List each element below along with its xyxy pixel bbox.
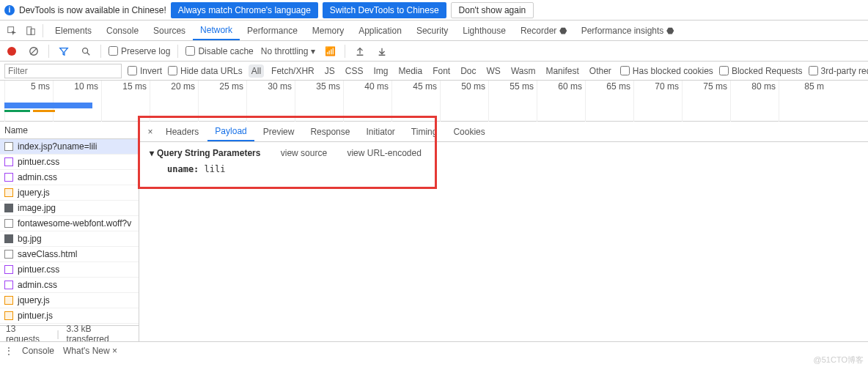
infobar-text: DevTools is now available in Chinese! [19,5,166,15]
detail-tab-timing[interactable]: Timing [404,122,445,141]
panel-tab-performance-insights-[interactable]: Performance insights ⬣ [574,21,681,40]
filter-type-fetch-xhr[interactable]: Fetch/XHR [268,64,317,78]
filter-type-media[interactable]: Media [395,64,425,78]
doc-file-icon [4,142,13,151]
column-header-name[interactable]: Name [0,122,139,139]
filter-type-font[interactable]: Font [430,64,453,78]
filter-type-other[interactable]: Other [586,64,614,78]
js-file-icon [4,311,13,320]
panel-tab-lighthouse[interactable]: Lighthouse [455,21,513,40]
request-row[interactable]: pintuer.css [0,155,139,170]
record-button[interactable] [4,44,19,59]
overview-bar [33,110,55,112]
filter-type-wasm[interactable]: Wasm [508,64,539,78]
inspect-element-icon[interactable] [4,23,19,38]
request-row[interactable]: bg.jpg [0,231,139,247]
detail-tab-headers[interactable]: Headers [158,122,206,141]
request-name: pintuer.js [18,311,53,321]
css-file-icon [4,157,13,166]
request-detail-panel: × HeadersPayloadPreviewResponseInitiator… [139,122,868,341]
third-party-checkbox[interactable]: 3rd-party requests [809,66,868,76]
disable-cache-checkbox[interactable]: Disable cache [185,46,253,56]
search-icon[interactable] [78,44,93,59]
overview-bar [4,103,92,108]
filter-type-js[interactable]: JS [322,64,338,78]
info-icon: i [4,5,15,15]
timeline-tick: 25 ms [198,81,246,122]
drawer-menu-icon[interactable]: ⋮ [4,346,13,356]
request-row[interactable]: fontawesome-webfont.woff?v [0,216,139,231]
panel-tab-security[interactable]: Security [409,21,455,40]
panel-tab-sources[interactable]: Sources [146,21,193,40]
panel-tab-console[interactable]: Console [99,21,146,40]
drawer-console-tab[interactable]: Console [22,346,54,356]
wifi-icon[interactable]: 📶 [323,44,337,59]
has-blocked-cookies-checkbox[interactable]: Has blocked cookies [620,66,713,76]
waterfall-overview[interactable]: 5 ms10 ms15 ms20 ms25 ms30 ms35 ms40 ms4… [0,81,868,122]
timeline-tick: 40 ms [343,81,391,122]
request-row[interactable]: pintuer.css [0,262,139,278]
detail-tab-response[interactable]: Response [303,122,357,141]
timeline-tick: 45 ms [391,81,440,122]
close-detail-button[interactable]: × [144,127,157,137]
css-file-icon [4,173,13,182]
filter-input[interactable] [4,64,122,78]
dismiss-infobar-button[interactable]: Don't show again [451,2,534,18]
img-file-icon [4,234,13,243]
blocked-requests-checkbox[interactable]: Blocked Requests [719,66,803,76]
invert-checkbox[interactable]: Invert [128,66,162,76]
panel-tab-network[interactable]: Network [193,21,240,40]
switch-chinese-button[interactable]: Switch DevTools to Chinese [323,2,446,18]
request-row[interactable]: jquery.js [0,185,139,201]
section-title[interactable]: ▾ Query String Parameters [150,148,260,158]
filter-type-all[interactable]: All [249,64,264,78]
clear-icon[interactable] [26,44,41,59]
request-row[interactable]: index.jsp?uname=lili [0,139,139,155]
request-row[interactable]: admin.css [0,278,139,293]
overview-bar [4,110,30,112]
panel-tab-application[interactable]: Application [351,21,409,40]
detail-tab-initiator[interactable]: Initiator [358,122,402,141]
throttling-select[interactable]: No throttling▾ [261,46,316,56]
request-row[interactable]: saveClass.html [0,247,139,262]
panel-tab-recorder-[interactable]: Recorder ⬣ [513,21,574,40]
panel-tab-memory[interactable]: Memory [305,21,351,40]
language-infobar: i DevTools is now available in Chinese! … [0,0,868,21]
filter-icon[interactable] [56,44,71,59]
detail-tab-payload[interactable]: Payload [207,122,254,141]
request-name: jquery.js [18,295,50,305]
timeline-tick: 85 m [779,81,827,122]
filter-type-img[interactable]: Img [370,64,391,78]
request-name: bg.jpg [18,234,42,244]
panel-tab-performance[interactable]: Performance [240,21,305,40]
detail-tab-preview[interactable]: Preview [256,122,302,141]
view-url-encoded-link[interactable]: view URL-encoded [347,148,421,158]
filter-type-manifest[interactable]: Manifest [542,64,581,78]
upload-har-icon[interactable] [353,44,367,59]
param-key: uname: [167,164,199,174]
filter-type-ws[interactable]: WS [484,64,504,78]
filter-type-css[interactable]: CSS [342,64,367,78]
request-row[interactable]: admin.css [0,170,139,185]
request-row[interactable]: jquery.js [0,293,139,308]
network-toolbar: Preserve log Disable cache No throttling… [0,41,868,62]
request-row[interactable]: pintuer.js [0,308,139,324]
devtools-tab-strip: ElementsConsoleSourcesNetworkPerformance… [0,21,868,41]
timeline-tick: 80 ms [730,81,779,122]
svg-line-4 [31,48,37,54]
preserve-log-checkbox[interactable]: Preserve log [108,46,170,56]
request-name: jquery.js [18,188,50,198]
request-row[interactable]: image.jpg [0,201,139,216]
detail-tab-cookies[interactable]: Cookies [446,122,492,141]
match-language-button[interactable]: Always match Chrome's language [171,2,318,18]
hide-data-urls-checkbox[interactable]: Hide data URLs [168,66,243,76]
view-source-link[interactable]: view source [281,148,327,158]
device-toggle-icon[interactable] [23,23,38,38]
svg-line-6 [87,52,90,55]
filter-type-doc[interactable]: Doc [457,64,479,78]
network-main: Name index.jsp?uname=lilipintuer.cssadmi… [0,122,868,341]
panel-tab-elements[interactable]: Elements [48,21,99,40]
download-har-icon[interactable] [375,44,389,59]
timeline-tick: 30 ms [246,81,295,122]
drawer-whats-new-tab[interactable]: What's New × [63,346,117,356]
